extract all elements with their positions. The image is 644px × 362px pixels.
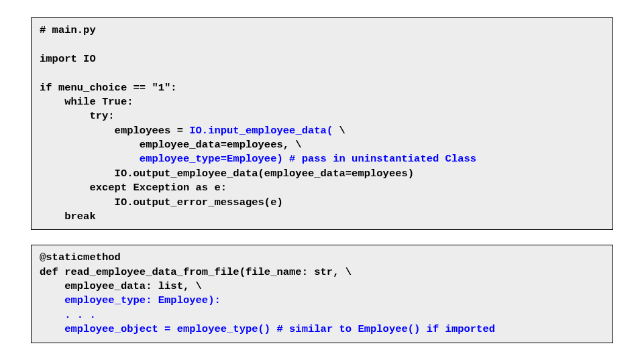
code-line: while True: <box>40 96 133 108</box>
code-line <box>40 323 64 335</box>
code-line: try: <box>40 110 115 122</box>
code-line: IO.output_employee_data(employee_data=em… <box>40 168 414 180</box>
code-line: # main.py <box>40 24 96 36</box>
code-line: except Exception as e: <box>40 182 227 194</box>
code-line: employee_data=employees, \ <box>40 139 302 151</box>
code-line <box>40 294 64 306</box>
code-line <box>40 309 64 321</box>
code-highlight: employee_type=Employee) # pass in uninst… <box>140 153 476 165</box>
code-line: def read_employee_data_from_file(file_na… <box>40 266 352 278</box>
code-line: employees = <box>40 125 189 137</box>
code-line: if menu_choice == "1": <box>40 82 177 94</box>
code-line: IO.output_error_messages(e) <box>40 196 283 208</box>
code-block-1: # main.py import IO if menu_choice == "1… <box>31 17 613 230</box>
code-highlight: . . . <box>64 309 96 321</box>
code-line: \ <box>333 125 345 137</box>
page: # main.py import IO if menu_choice == "1… <box>0 0 644 362</box>
code-line <box>40 153 140 165</box>
code-highlight: employee_object = employee_type() # simi… <box>64 323 495 335</box>
code-block-2: @staticmethod def read_employee_data_fro… <box>31 245 613 343</box>
code-highlight: employee_type: Employee): <box>64 294 221 306</box>
code-highlight: IO.input_employee_data( <box>189 125 333 137</box>
code-line: @staticmethod <box>40 251 121 263</box>
code-line: employee_data: list, \ <box>40 280 202 292</box>
code-line: import IO <box>40 53 96 65</box>
code-line: break <box>40 210 96 223</box>
